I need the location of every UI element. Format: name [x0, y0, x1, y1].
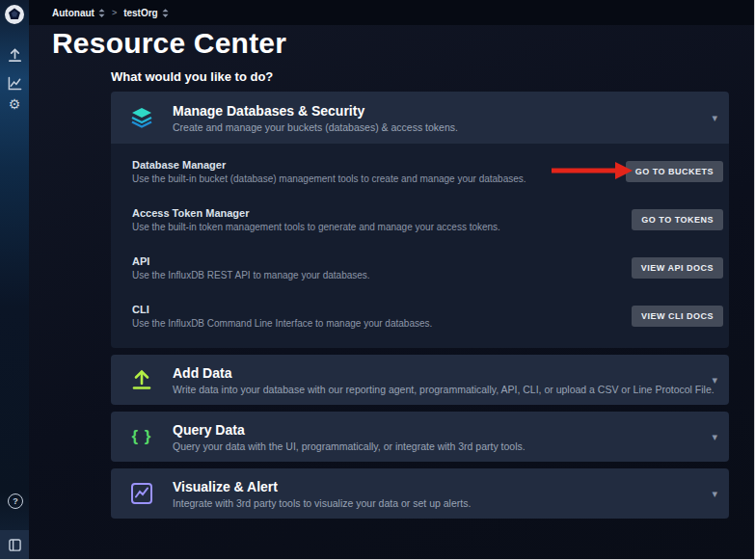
chevron-down-icon[interactable]: ▾: [712, 112, 717, 124]
annotation-arrow-icon: [552, 162, 633, 179]
breadcrumb-org-label: Autonaut: [52, 8, 94, 18]
card-description: Create and manage your buckets (database…: [173, 121, 458, 133]
breadcrumb: Autonaut > testOrg: [29, 0, 754, 25]
row-title: Access Token Manager: [132, 207, 500, 219]
left-nav-sidebar: ⚙ ?: [0, 0, 29, 559]
breadcrumb-separator: >: [112, 8, 117, 17]
sort-caret-icon: [162, 9, 169, 17]
breadcrumb-org-dropdown[interactable]: Autonaut: [52, 8, 105, 18]
row-database-manager: Database Manager Use the built-in bucket…: [111, 147, 729, 196]
card-query-data[interactable]: { } Query Data Query your data with the …: [111, 412, 729, 462]
braces-icon: { }: [111, 427, 173, 446]
card-title: Add Data: [173, 365, 715, 381]
row-title: Database Manager: [132, 159, 526, 171]
upload-icon: [111, 368, 173, 391]
sidebar-toggle-well[interactable]: [0, 530, 29, 559]
row-access-token-manager: Access Token Manager Use the built-in to…: [111, 196, 729, 244]
card-description: Query your data with the UI, programmati…: [173, 440, 526, 452]
chevron-down-icon[interactable]: ▾: [712, 374, 717, 387]
breadcrumb-project-dropdown[interactable]: testOrg: [123, 8, 169, 18]
card-title: Query Data: [173, 422, 526, 438]
chart-icon: [111, 482, 173, 505]
go-to-buckets-button[interactable]: GO TO BUCKETS: [626, 161, 723, 182]
chevron-down-icon[interactable]: ▾: [712, 431, 717, 443]
manage-databases-header-text: Manage Databases & Security Create and m…: [173, 103, 458, 133]
row-description: Use the built-in bucket (database) manag…: [132, 173, 526, 184]
breadcrumb-project-label: testOrg: [123, 8, 158, 18]
row-description: Use the built-in token management tools …: [132, 222, 500, 232]
sidebar-icon-group: ⚙: [0, 48, 29, 104]
card-add-data[interactable]: Add Data Write data into your database w…: [111, 355, 729, 405]
card-manage-databases: Manage Databases & Security Create and m…: [111, 92, 729, 348]
card-title: Manage Databases & Security: [173, 103, 458, 119]
upload-nav-icon[interactable]: [8, 48, 22, 63]
manage-databases-card-header[interactable]: Manage Databases & Security Create and m…: [111, 92, 729, 144]
row-description: Use the InfluxDB Command Line Interface …: [132, 318, 432, 329]
data-explorer-graph-icon[interactable]: [8, 76, 22, 91]
go-to-tokens-button[interactable]: GO TO TOKENS: [632, 209, 723, 230]
row-description: Use the InfluxDB REST API to manage your…: [132, 270, 370, 280]
card-description: Write data into your database with our r…: [173, 384, 715, 395]
card-title: Visualize & Alert: [173, 479, 471, 494]
help-icon[interactable]: ?: [8, 493, 23, 509]
view-cli-docs-button[interactable]: VIEW CLI DOCS: [632, 306, 723, 327]
row-cli: CLI Use the InfluxDB Command Line Interf…: [111, 292, 729, 340]
page-title: Resource Center: [52, 27, 286, 60]
sort-caret-icon: [98, 9, 105, 17]
resource-center-content: Manage Databases & Security Create and m…: [111, 92, 729, 519]
buckets-layers-icon: [111, 106, 173, 129]
page-subtitle: What would you like to do?: [111, 69, 273, 84]
row-api: API Use the InfluxDB REST API to manage …: [111, 244, 729, 292]
card-visualize-alert[interactable]: Visualize & Alert Integrate with 3rd par…: [111, 468, 729, 519]
view-api-docs-button[interactable]: VIEW API DOCS: [632, 257, 723, 279]
row-title: API: [132, 255, 370, 267]
influxdb-resource-center-screen: ⚙ ? Autonaut > testOrg Resource Center W…: [0, 0, 755, 560]
sidebar-toggle-icon: [9, 539, 21, 551]
influxdb-logo-icon[interactable]: [5, 5, 24, 24]
row-title: CLI: [132, 304, 432, 315]
manage-databases-card-body: Database Manager Use the built-in bucket…: [111, 144, 729, 348]
card-description: Integrate with 3rd party tools to visual…: [173, 497, 471, 509]
chevron-down-icon[interactable]: ▾: [712, 488, 717, 500]
